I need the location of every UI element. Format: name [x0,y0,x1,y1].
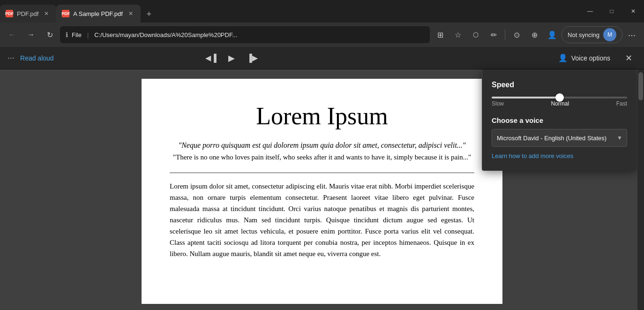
read-aloud-label[interactable]: Read aloud [20,54,54,62]
sync-label: Not syncing [568,31,599,38]
new-tab-button[interactable]: + [141,6,157,23]
title-bar: PDF PDF.pdf ✕ PDF A Sample PDF.pdf ✕ + —… [0,0,644,23]
main-area: Lorem Ipsum "Neque porro quisquam est qu… [0,69,644,310]
address-separator: | [87,31,89,38]
nav-actions: ⊞ ☆ ⬡ ✏ ⊙ ⊕ 👤 Not syncing M ··· [432,26,640,43]
maximize-button[interactable]: □ [601,0,622,23]
next-sentence-button[interactable]: ▐▶ [244,50,261,67]
speed-slider-container: Slow Normal Fast [492,97,627,107]
tabs-area: PDF PDF.pdf ✕ PDF A Sample PDF.pdf ✕ + [0,0,579,23]
more-button[interactable]: ··· [623,26,640,43]
pdf-page: Lorem Ipsum "Neque porro quisquam est qu… [142,79,502,304]
pen-button[interactable]: ✏ [485,26,502,43]
pdf-quote-normal: "There is no one who loves pain itself, … [170,153,474,161]
voice-select-wrapper: Microsoft David - English (United States… [492,129,627,147]
speed-fill [492,97,560,98]
pdf-title: Lorem Ipsum [170,102,474,130]
address-url: C:/Users/mayan/Downloads/A%20Sample%20PD… [94,31,237,38]
prev-sentence-button[interactable]: ◀▐ [202,50,219,67]
scrollbar-thumb[interactable] [638,72,643,100]
learn-voices-link[interactable]: Learn how to add more voices [492,152,627,159]
collections-button[interactable]: ⊙ [508,26,525,43]
pdf-body-text: Lorem ipsum dolor sit amet, consectetur … [170,181,474,259]
office-button[interactable]: ⬡ [467,26,484,43]
tab-sample-pdf-close[interactable]: ✕ [127,9,135,18]
voice-options-panel: Speed Slow Normal Fast Choose a voice Mi… [482,69,637,171]
voice-options-button[interactable]: 👤 Voice options [553,52,616,64]
toolbar-more-icon[interactable]: ··· [7,53,15,63]
nav-bar: ← → ↻ ℹ File | C:/Users/mayan/Downloads/… [0,23,644,47]
voice-icon: 👤 [558,53,568,62]
profile-button[interactable]: 👤 [544,26,561,43]
speed-thumb[interactable] [555,93,564,102]
address-bar[interactable]: ℹ File | C:/Users/mayan/Downloads/A%20Sa… [60,26,430,43]
pdf-quote-italic: "Neque porro quisquam est qui dolorem ip… [170,141,474,150]
minimize-button[interactable]: — [579,0,601,23]
window-controls: — □ ✕ [579,0,644,23]
forward-button[interactable]: → [22,26,39,43]
tab-sample-pdf-label: A Sample PDF.pdf [73,10,123,17]
voice-options-label: Voice options [571,54,610,62]
tab-sample-pdf-icon: PDF [62,10,69,17]
scrollbar-track[interactable] [637,69,644,310]
add-favorites-button[interactable]: ⊕ [526,26,543,43]
sync-button[interactable]: Not syncing M [562,26,622,43]
tab-pdf-label: PDF.pdf [17,10,38,17]
playback-controls: ◀▐ ▶ ▐▶ [202,50,261,67]
close-button[interactable]: ✕ [622,0,644,23]
read-aloud-toolbar: ··· Read aloud ◀▐ ▶ ▐▶ 👤 Voice options ✕ [0,47,644,69]
tab-pdf-close[interactable]: ✕ [42,9,51,18]
speed-label: Speed [492,81,627,89]
tab-pdf-icon: PDF [6,10,13,17]
tab-sample-pdf[interactable]: PDF A Sample PDF.pdf ✕ [56,5,141,23]
favorites-button[interactable]: ☆ [449,26,466,43]
close-toolbar-button[interactable]: ✕ [622,51,637,66]
speed-track[interactable] [492,97,627,98]
pdf-divider [170,173,474,173]
info-icon: ℹ [66,31,68,38]
split-view-button[interactable]: ⊞ [432,26,449,43]
separator [505,29,505,40]
play-pause-button[interactable]: ▶ [223,50,240,67]
voice-select[interactable]: Microsoft David - English (United States… [492,129,627,147]
address-file-label: File [72,31,82,38]
tab-pdf[interactable]: PDF PDF.pdf ✕ [0,5,56,23]
choose-voice-label: Choose a voice [492,116,627,124]
speed-fast-label: Fast [616,100,627,107]
avatar: M [603,28,616,41]
speed-slow-label: Slow [492,100,504,107]
back-button[interactable]: ← [4,26,21,43]
refresh-button[interactable]: ↻ [41,26,58,43]
